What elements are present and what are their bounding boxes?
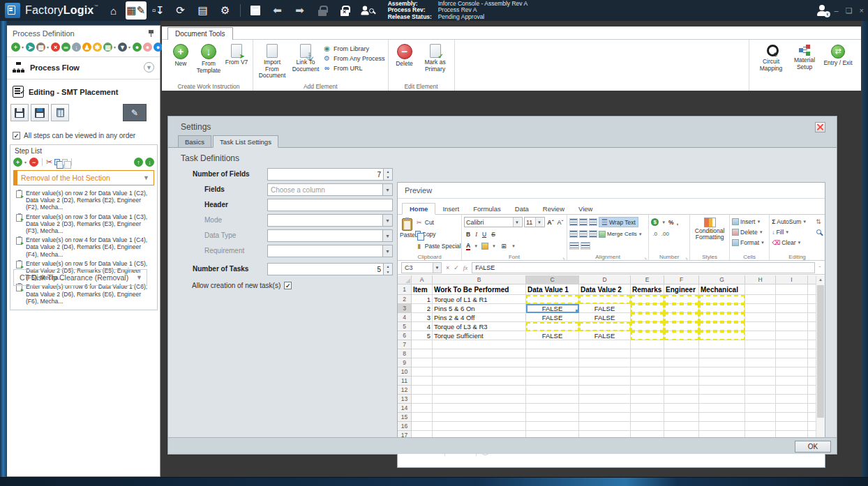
row-header-16[interactable]: 16 (398, 422, 412, 431)
column-header-D[interactable]: D (579, 275, 631, 284)
grid-cell-A7[interactable] (412, 340, 433, 349)
step-list-item[interactable]: Enter value(s) on row 3 for Data Value 1… (16, 213, 154, 235)
grid-cell-A15[interactable] (412, 413, 433, 422)
number-of-fields-input[interactable]: 7▲▼ (267, 168, 393, 181)
view-order-checkbox[interactable]: ✓ (13, 132, 20, 139)
row-header-7[interactable]: 7 (398, 340, 412, 349)
grid-cell-I11[interactable] (776, 377, 808, 386)
grid-cell-A11[interactable] (412, 377, 433, 386)
ok-button[interactable]: OK (795, 441, 831, 453)
grid-cell-B7[interactable] (433, 340, 526, 349)
borders-button[interactable]: ⊞ (500, 241, 508, 250)
cut-step-icon[interactable]: ✂ (46, 158, 52, 167)
grid-cell-G5[interactable] (699, 322, 745, 331)
sync-icon[interactable]: ⟳ (170, 1, 191, 20)
grid-cell-I16[interactable] (776, 422, 808, 431)
home-icon[interactable]: ⌂ (103, 1, 124, 20)
grid-cell-E5[interactable] (631, 322, 664, 331)
from-template-button[interactable]: ↓From Template (195, 42, 222, 81)
move-step-down-icon[interactable]: ↓ (145, 158, 154, 167)
settings-gear-icon[interactable]: ⚙ (215, 1, 236, 20)
validate-icon[interactable]: ● (133, 43, 142, 52)
grid-cell-D12[interactable] (579, 386, 631, 395)
row-header-8[interactable]: 8 (398, 349, 412, 358)
grid-cell-C1[interactable]: Data Value 1 (526, 284, 579, 295)
grid-cell-E6[interactable] (631, 331, 664, 340)
conditional-formatting-button[interactable]: Conditional Formatting (692, 216, 727, 241)
grid-cell-C7[interactable] (526, 340, 579, 349)
grid-cell-A4[interactable]: 3 (412, 313, 433, 322)
align-left-icon[interactable] (569, 230, 578, 238)
mode-combobox[interactable]: ▼ (267, 214, 393, 227)
grid-cell-H4[interactable] (745, 313, 776, 322)
font-color-button[interactable]: A (466, 242, 470, 250)
increase-decimal-button[interactable]: .0 (652, 231, 657, 237)
collapse-formula-bar-icon[interactable]: ˇ (815, 265, 825, 271)
add-step-icon[interactable]: + (11, 43, 20, 52)
grid-cell-A14[interactable] (412, 404, 433, 413)
grid-cell-G16[interactable] (699, 422, 745, 431)
grid-cell-A10[interactable] (412, 367, 433, 377)
grid-cell-H2[interactable] (745, 295, 776, 304)
grid-cell-H14[interactable] (745, 404, 776, 413)
excel-tab-data[interactable]: Data (508, 203, 536, 215)
grid-cell-I4[interactable] (776, 313, 808, 322)
entry-exit-button[interactable]: ⇄Entry / Exit (822, 43, 854, 91)
column-header-F[interactable]: F (664, 275, 699, 284)
grid-cell-H9[interactable] (745, 358, 776, 367)
grid-cell-C5[interactable] (526, 322, 579, 331)
tab-task-list-settings[interactable]: Task List Settings (213, 135, 278, 148)
align-bottom-icon[interactable] (589, 218, 597, 226)
print-icon[interactable]: ▤ (36, 43, 45, 52)
import-step-button[interactable] (31, 104, 49, 121)
grid-cell-G2[interactable] (699, 295, 745, 304)
process-flow-header[interactable]: Process Flow ▼ (13, 62, 154, 73)
grid-cell-E14[interactable] (631, 404, 664, 413)
grid-cell-F6[interactable] (664, 331, 699, 340)
save-step-button[interactable] (10, 104, 29, 121)
increase-indent-icon[interactable] (581, 242, 590, 250)
grid-cell-I13[interactable] (776, 395, 808, 404)
wrap-text-button[interactable]: Wrap Text (599, 217, 638, 227)
grid-cell-B4[interactable]: Pins 2 & 4 Off (433, 313, 526, 322)
grid-cell-D13[interactable] (579, 395, 631, 404)
row-header-3[interactable]: 3 (398, 304, 412, 313)
column-header-E[interactable]: E (631, 275, 664, 284)
fields-combobox[interactable]: Choose a column▼ (267, 183, 393, 196)
grid-cell-C6[interactable]: FALSE (526, 331, 579, 340)
grid-cell-I5[interactable] (776, 322, 808, 331)
paste-button[interactable]: Paste (400, 216, 415, 252)
grid-cell-A2[interactable]: 1 (412, 295, 433, 304)
grid-cell-F9[interactable] (664, 358, 699, 367)
library-icon[interactable]: ▥ (103, 43, 112, 52)
row-header-4[interactable]: 4 (398, 313, 412, 322)
spinner-control[interactable]: ▲▼ (383, 169, 392, 180)
grid-cell-B14[interactable] (433, 404, 526, 413)
allow-new-tasks-option[interactable]: Allow creation of new task(s) ✓ (192, 282, 292, 289)
grid-cell-A3[interactable]: 2 (412, 304, 433, 313)
merge-cells-button[interactable]: Merge Cells (607, 231, 637, 237)
lock-close-icon[interactable] (334, 1, 355, 20)
grid-cell-D1[interactable]: Data Value 2 (579, 284, 631, 295)
row-header-2[interactable]: 2 (398, 295, 412, 304)
excel-tab-insert[interactable]: Insert (435, 203, 466, 215)
italic-button[interactable]: I (475, 231, 477, 238)
underline-button[interactable]: U (482, 231, 486, 238)
process-editor-icon[interactable]: ▦✎ (126, 1, 147, 20)
grid-cell-B9[interactable] (433, 358, 526, 367)
grid-cell-E15[interactable] (631, 413, 664, 422)
grid-cell-H1[interactable] (745, 284, 776, 295)
column-header-G[interactable]: G (699, 275, 745, 284)
grid-cell-B2[interactable]: Torque of L1 & R1 (433, 295, 526, 304)
tab-document-tools[interactable]: Document Tools (167, 27, 233, 40)
grid-cell-F2[interactable] (664, 295, 699, 304)
number-of-tasks-input[interactable]: 5▲▼ (267, 263, 393, 275)
fill-button[interactable]: ↓Fill▼ (772, 227, 823, 237)
grid-cell-F1[interactable]: Engineer (664, 284, 699, 295)
grid-cell-A5[interactable]: 4 (412, 322, 433, 331)
row-header-9[interactable]: 9 (398, 358, 412, 367)
excel-tab-review[interactable]: Review (536, 203, 571, 215)
new-button[interactable]: +New (167, 42, 194, 81)
import-from-document-button[interactable]: Import From Document (256, 42, 288, 81)
data-type-combobox[interactable]: ▼ (267, 229, 393, 242)
